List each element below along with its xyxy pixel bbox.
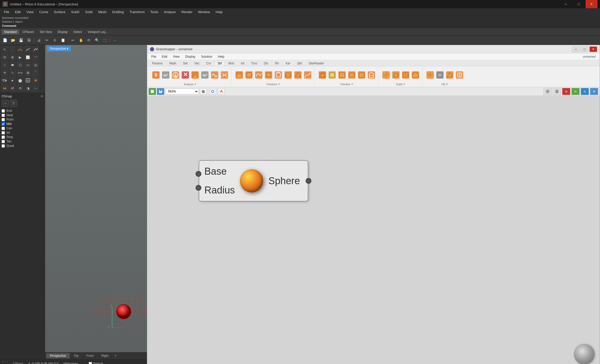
rebuild-tool[interactable]: ⟲ (16, 84, 24, 92)
copy-icon[interactable]: ⎘ (51, 37, 59, 44)
mesh-tool[interactable] (24, 77, 31, 84)
gh-analysis-expand[interactable]: ▼ (194, 83, 197, 86)
gh-render-2[interactable] (553, 88, 561, 95)
gh-util-1[interactable] (426, 70, 435, 80)
gh-analysis-icon-5[interactable] (190, 70, 200, 80)
more-icon[interactable]: ··· (111, 37, 119, 44)
minimize-button[interactable]: ─ (560, 0, 572, 8)
osnap-point[interactable]: Point (2, 118, 43, 121)
gh-tab-crv[interactable]: Crv (203, 61, 214, 66)
line-tool[interactable] (24, 46, 31, 53)
gh-analysis-icon-3[interactable] (171, 70, 180, 80)
gh-analysis-icon-7[interactable] (210, 70, 219, 80)
gh-tab-set[interactable]: Set (180, 61, 191, 66)
menu-mesh[interactable]: Mesh (96, 9, 109, 15)
osnap-cen[interactable]: Cen (2, 126, 43, 130)
gh-util-3[interactable] (445, 70, 454, 80)
vp-tab-perspective[interactable]: Perspective (46, 353, 70, 358)
vp-tab-top[interactable]: Top (70, 353, 82, 358)
maximize-button[interactable]: □ (573, 0, 585, 8)
tab-cplanes[interactable]: CPlanes (20, 29, 37, 35)
saveas-icon[interactable]: 🖫 (25, 37, 33, 44)
fillet-tool[interactable]: ⌒ (32, 69, 39, 76)
gh-analysis-icon-1[interactable]: S (151, 70, 161, 80)
gh-menu-file[interactable]: File (149, 54, 159, 59)
gh-tab-params[interactable]: Params (149, 61, 166, 66)
vp-tab-right[interactable]: Right (98, 353, 112, 358)
menu-analyze[interactable]: Analyze (161, 9, 178, 15)
menu-curve[interactable]: Curve (37, 9, 51, 15)
new-icon[interactable]: 📄 (1, 37, 9, 44)
gh-zoom-select[interactable]: 563% 100% 50% 200% (165, 89, 199, 94)
ellipse-tool[interactable]: ⬬ (9, 61, 16, 69)
gh-port-radius-left[interactable] (196, 185, 201, 191)
gh-primitive-expand[interactable]: ▼ (351, 83, 353, 86)
cylinder-tool[interactable]: ⬤ (16, 77, 24, 84)
gh-menu-help[interactable]: Help (215, 54, 227, 59)
gh-primitive-4[interactable] (347, 70, 356, 80)
gh-primitive-5[interactable] (357, 70, 366, 80)
menu-drafting[interactable]: Drafting (110, 9, 127, 15)
gh-preview-btn[interactable] (209, 88, 216, 95)
polyline-tool[interactable] (32, 46, 39, 53)
gh-paint-btn[interactable] (218, 88, 225, 95)
gh-tab-srf[interactable]: Srf (214, 61, 225, 66)
gh-analysis-icon-2[interactable]: m² (161, 70, 170, 80)
osnap-mid[interactable]: Mid (2, 122, 43, 126)
cut-icon[interactable]: ✂ (43, 37, 51, 44)
vp-tab-add[interactable]: + (113, 353, 118, 358)
tab-standard[interactable]: Standard (2, 29, 19, 35)
default-checkbox[interactable] (89, 362, 92, 364)
close-button[interactable]: ✕ (586, 0, 597, 8)
gh-port-base-left[interactable] (196, 171, 201, 177)
osnap-near[interactable]: Near (2, 113, 43, 117)
menu-subd[interactable]: SubD (69, 9, 82, 15)
menu-edit[interactable]: Edit (12, 9, 23, 15)
arc-tool[interactable]: ◠ (32, 54, 39, 61)
rotate-icon[interactable]: ⟳ (85, 37, 93, 44)
spiral-tool[interactable]: ◎ (32, 61, 39, 69)
select-tool[interactable]: ↖ (1, 46, 8, 53)
gh-zoom-fit-btn[interactable]: ⊞ (200, 88, 207, 95)
tab-set-view[interactable]: Set View (37, 29, 54, 35)
gh-tab-int[interactable]: Int (238, 61, 248, 66)
gh-menu-view[interactable]: View (170, 54, 182, 59)
scale-tool[interactable]: ⤡ (9, 69, 16, 76)
gh-render-3[interactable] (562, 88, 570, 95)
zoom-icon[interactable]: 🔍 (93, 37, 101, 44)
zoomwin-icon[interactable]: ⬚ (101, 37, 109, 44)
solid-box-tool[interactable] (1, 77, 8, 84)
gh-tab-dis[interactable]: Dis (261, 61, 272, 66)
gh-node-sphere[interactable]: Base Radius Sphere (199, 160, 308, 201)
save-icon[interactable]: 💾 (17, 37, 25, 44)
menu-window[interactable]: Window (196, 9, 213, 15)
gumball-tool[interactable]: ✱ (32, 77, 39, 84)
gh-subd-1[interactable] (381, 70, 391, 80)
tab-display[interactable]: Display (55, 29, 70, 35)
paste-icon[interactable]: 📋 (59, 37, 67, 44)
menu-render[interactable]: Render (179, 9, 195, 15)
gh-minimize-btn[interactable]: ─ (572, 46, 580, 52)
menu-transform[interactable]: Transform (127, 9, 147, 15)
osnap-clear-btn[interactable]: ○ (2, 100, 9, 107)
gh-freeform-3[interactable] (254, 70, 263, 80)
gh-port-sphere-right[interactable] (306, 178, 311, 184)
rotate-3d-tool[interactable]: ⟳ (1, 54, 8, 61)
gh-analysis-icon-8[interactable] (220, 70, 229, 80)
gh-save-btn[interactable] (157, 88, 164, 95)
gh-subd-expand[interactable]: ▼ (403, 83, 406, 86)
gh-render-4[interactable] (571, 88, 580, 95)
polygon-tool[interactable]: ⬡ (16, 61, 24, 69)
gh-menu-display[interactable]: Display (183, 54, 198, 59)
gh-tab-vec[interactable]: Vec (191, 61, 203, 66)
gh-render-1[interactable] (544, 88, 552, 95)
menu-help[interactable]: Help (213, 9, 225, 15)
menu-file[interactable]: File (1, 9, 12, 15)
undo-icon[interactable]: ↩ (69, 37, 77, 44)
menu-view[interactable]: View (24, 9, 36, 15)
gh-freeform-2[interactable] (244, 70, 254, 80)
gh-freeform-7[interactable] (293, 70, 303, 80)
pan-icon[interactable]: ✋ (77, 37, 85, 44)
viewport-perspective-label[interactable]: Perspective ▾ (47, 47, 71, 50)
gh-tab-at[interactable]: @it (294, 61, 305, 66)
